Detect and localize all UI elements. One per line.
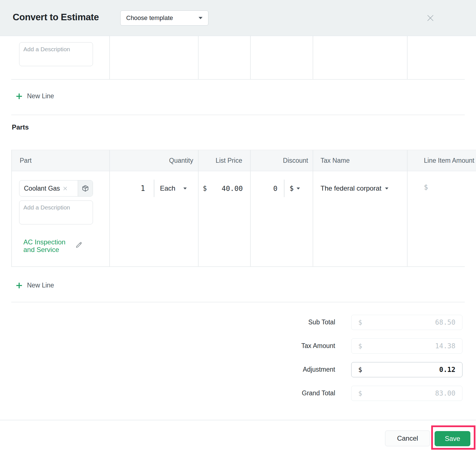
quantity-input[interactable]: 1 [109,180,145,197]
part-selector-chip[interactable]: Coolant Gas [19,180,93,197]
column-divider [407,36,408,79]
grand-total-value: 83.00 [435,389,455,397]
column-divider [313,150,313,267]
chevron-down-icon [199,17,203,19]
choose-template-label: Choose template [126,14,173,22]
line-item-amount-currency: $ [424,179,428,195]
chip-remove-icon[interactable] [63,186,68,191]
cell-separator [284,180,284,197]
plus-icon [15,93,23,100]
linked-service-link[interactable]: AC Inspection and Service [23,238,78,253]
grand-total-field: $ 83.00 [351,386,462,401]
choose-template-dropdown[interactable]: Choose template [120,10,208,26]
column-divider [313,36,313,79]
discount-unit-dropdown[interactable]: $ [290,180,300,197]
list-price-input[interactable]: 40.00 [198,180,243,197]
unit-dropdown[interactable]: Each [160,180,187,197]
currency-symbol: $ [358,342,362,350]
section-divider [11,115,465,115]
services-new-line-button[interactable]: New Line [15,92,54,100]
new-line-label: New Line [27,92,54,100]
edit-icon[interactable] [75,241,83,250]
part-description-textarea[interactable] [19,200,93,224]
currency-symbol: $ [358,390,362,397]
column-divider [109,36,110,79]
sub-total-field: $ 68.50 [351,315,462,330]
column-header-list-price: List Price [198,150,250,171]
adjustment-value: 0.12 [439,366,455,374]
column-header-tax-name: Tax Name [313,150,407,171]
sub-total-label: Sub Total [237,318,335,326]
column-divider [198,36,199,79]
part-chip-label: Coolant Gas [24,185,60,192]
footer-divider [0,420,476,420]
sub-total-value: 68.50 [435,318,455,326]
tax-amount-label: Tax Amount [237,342,335,350]
tax-amount-value: 14.38 [435,342,455,350]
column-divider [250,36,251,79]
adjustment-input[interactable]: $ 0.12 [351,362,462,377]
dialog-header: Convert to Estimate Choose template [0,0,476,36]
new-line-label: New Line [27,282,54,289]
row-divider [11,266,465,267]
adjustment-label: Adjustment [237,366,335,373]
currency-symbol: $ [358,366,362,373]
tax-name-dropdown[interactable]: The federal corporat [321,180,388,197]
discount-unit-label: $ [290,184,293,192]
table-left-border [11,150,12,267]
column-header-line-item-amount: Line Item Amount [424,150,476,171]
column-header-discount: Discount [250,150,313,171]
page-title: Convert to Estimate [13,12,99,23]
tax-amount-field: $ 14.38 [351,338,462,354]
cell-separator [154,180,154,197]
section-divider [11,302,465,302]
parts-section-heading: Parts [12,123,29,131]
column-header-part: Part [11,150,109,171]
column-header-quantity: Quantity [109,150,198,171]
row-divider [11,79,465,80]
column-divider [407,150,408,267]
column-divider [250,150,251,267]
discount-input[interactable]: 0 [250,180,277,197]
convert-to-estimate-dialog: Convert to Estimate Choose template New … [0,0,476,455]
unit-label: Each [160,184,175,192]
grand-total-label: Grand Total [237,389,335,397]
chevron-down-icon [385,188,388,189]
service-description-textarea[interactable] [19,42,93,66]
parts-new-line-button[interactable]: New Line [15,282,54,289]
column-divider [109,150,110,267]
currency-symbol: $ [358,319,362,326]
plus-icon [15,282,23,289]
save-button[interactable]: Save [435,431,470,446]
cancel-button[interactable]: Cancel [385,431,430,446]
package-icon[interactable] [78,180,93,196]
chevron-down-icon [183,188,187,189]
close-icon[interactable] [425,12,436,24]
tax-name-label: The federal corporat [321,184,381,192]
chevron-down-icon [297,188,300,189]
column-divider [198,150,199,267]
